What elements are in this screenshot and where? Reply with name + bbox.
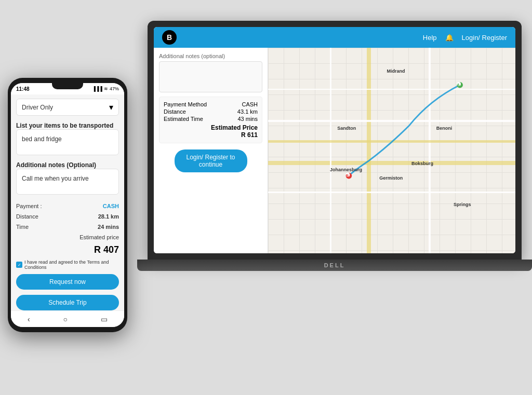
driver-select[interactable]: Driver Only ▾ (16, 99, 119, 116)
items-section: List your items to be transported bed an… (16, 120, 119, 155)
distance-value: 28.1 km (98, 213, 119, 220)
request-now-button[interactable]: Request now (16, 274, 119, 290)
app-logo: B (162, 30, 177, 45)
map-label-benoni: Benoni (436, 126, 453, 131)
items-value: bed and fridge (22, 135, 62, 143)
chevron-down-icon: ▾ (109, 102, 113, 112)
distance-row: Distance 43.1 km (164, 108, 258, 115)
notes-section-label: Additional notes (Optional) (16, 161, 119, 169)
laptop: B Help 🔔 Login/ Register Additional note… (148, 21, 522, 280)
recents-button[interactable]: ▭ (101, 315, 108, 323)
map-label-johannesburg: Johannesburg (330, 167, 362, 172)
signal-icon: ▐▐▐ (92, 86, 102, 91)
estimated-time-label: Estimated Time (164, 116, 203, 122)
time-row: Time 24 mins (16, 224, 119, 230)
login-continue-button[interactable]: Login/ Register to continue (175, 149, 247, 172)
items-section-label: List your items to be transported (16, 122, 119, 129)
notes-section: Additional notes (Optional) Call me when… (16, 159, 119, 195)
payment-method-label: Payment Method (164, 101, 207, 107)
distance-label: Distance (16, 213, 38, 220)
estimated-price-label: Estimated Price (164, 124, 258, 131)
payment-label: Payment : (16, 203, 42, 209)
map-background: B A Midrand Sandton Johannesburg Germist… (268, 48, 515, 253)
map-road-h3 (268, 192, 515, 193)
phone-status-icons: ▐▐▐ ≋ 47% (92, 86, 119, 91)
phone-time: 11:48 (16, 86, 30, 92)
distance-label: Distance (164, 108, 186, 115)
map-label-springs: Springs (454, 202, 471, 207)
phone-notch (52, 83, 83, 89)
laptop-nav: Help 🔔 Login/ Register (423, 34, 507, 42)
schedule-trip-button[interactable]: Schedule Trip (16, 295, 119, 310)
map-road-v3 (330, 48, 331, 253)
map-road-h5 (268, 89, 515, 90)
notes-label: Additional notes (optional) (159, 53, 262, 59)
wifi-icon: ≋ (104, 86, 108, 91)
distance-row: Distance 28.1 km (16, 213, 119, 220)
battery-percent: 47% (110, 86, 119, 91)
payment-method-value: CASH (242, 101, 258, 107)
time-value: 24 mins (98, 224, 119, 230)
map-road-horizontal (268, 161, 515, 165)
map-grid (268, 48, 515, 253)
terms-checkbox[interactable]: ✓ (16, 262, 22, 268)
estimated-price-label: Estimated price (79, 234, 119, 240)
notes-value: Call me when you arrive (22, 175, 89, 182)
back-button[interactable]: ‹ (28, 315, 30, 323)
map-area: B A Midrand Sandton Johannesburg Germist… (268, 48, 515, 253)
map-road-v2 (429, 48, 431, 253)
laptop-topbar: B Help 🔔 Login/ Register (154, 27, 515, 48)
login-register-link[interactable]: Login/ Register (462, 34, 507, 42)
estimated-price-value: R 611 (164, 131, 258, 139)
map-road-vertical (367, 48, 371, 253)
payment-info-box: Payment Method CASH Distance 43.1 km Est… (159, 97, 262, 143)
bell-icon: 🔔 (445, 34, 454, 42)
time-label: Time (16, 224, 29, 230)
estimated-price-value: R 407 (16, 244, 119, 255)
terms-row[interactable]: ✓ I have read and agreed to the Terms an… (16, 260, 119, 270)
phone-content[interactable]: Driver Only ▾ List your items to be tran… (11, 94, 124, 310)
estimated-time-value: 43 mins (237, 116, 258, 122)
map-label-sandton: Sandton (337, 126, 356, 131)
estimated-time-row: Estimated Time 43 mins (164, 116, 258, 122)
driver-select-label: Driver Only (22, 104, 53, 111)
laptop-left-panel: Additional notes (optional) Payment Meth… (154, 48, 268, 253)
notes-textarea[interactable] (159, 61, 262, 92)
laptop-screen: B Help 🔔 Login/ Register Additional note… (154, 27, 515, 253)
phone-bottom-nav: ‹ ○ ▭ (11, 310, 124, 327)
map-road-h4 (268, 140, 515, 143)
scene: B Help 🔔 Login/ Register Additional note… (0, 0, 532, 395)
distance-value: 43.1 km (237, 108, 258, 115)
map-label-midrand: Midrand (387, 69, 405, 74)
estimated-price-row: Estimated Price R 611 (164, 124, 258, 139)
payment-row: Payment : CASH (16, 203, 119, 209)
laptop-body: B Help 🔔 Login/ Register Additional note… (148, 21, 522, 260)
laptop-base (137, 260, 532, 271)
payment-value: CASH (103, 203, 119, 209)
home-button[interactable]: ○ (63, 315, 68, 323)
items-input[interactable]: bed and fridge (16, 129, 119, 155)
map-label-boksburg: Boksburg (411, 161, 433, 166)
estimated-price-label-row: Estimated price (16, 234, 119, 240)
phone-screen: 11:48 ▐▐▐ ≋ 47% Driver Only ▾ List your … (11, 83, 124, 327)
phone: 11:48 ▐▐▐ ≋ 47% Driver Only ▾ List your … (8, 78, 127, 332)
map-road-h2 (268, 120, 515, 122)
map-label-germiston: Germiston (379, 175, 403, 181)
laptop-content: Additional notes (optional) Payment Meth… (154, 48, 515, 253)
notes-input[interactable]: Call me when you arrive (16, 169, 119, 195)
payment-method-row: Payment Method CASH (164, 101, 258, 107)
terms-label: I have read and agreed to the Terms and … (24, 260, 119, 270)
help-link[interactable]: Help (423, 34, 437, 42)
